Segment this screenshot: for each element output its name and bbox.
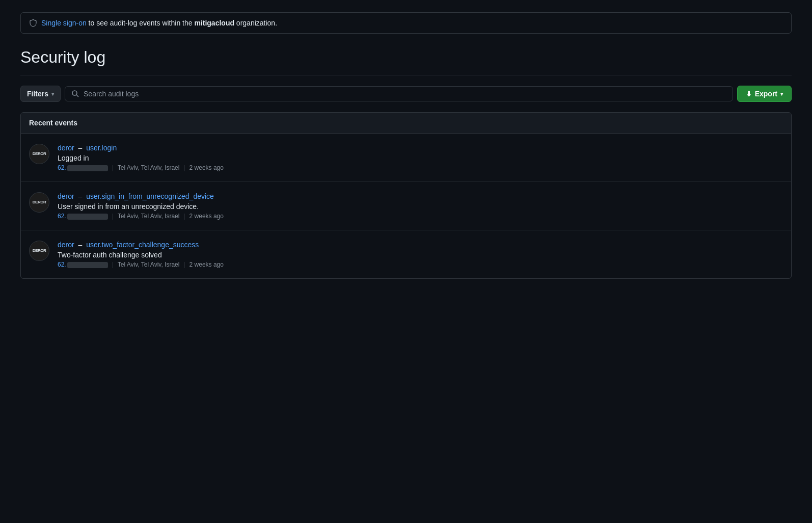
event-user-link[interactable]: deror <box>58 192 74 200</box>
event-meta: 62. | Tel Aviv, Tel Aviv, Israel | 2 wee… <box>58 213 783 220</box>
export-label: Export <box>755 90 777 98</box>
events-header-title: Recent events <box>29 119 77 127</box>
meta-divider-2: | <box>183 164 185 171</box>
avatar-text: DEROR <box>33 249 46 253</box>
event-content: deror – user.login Logged in 62. | Tel A… <box>58 144 783 171</box>
export-chevron-icon: ▾ <box>780 91 783 97</box>
meta-divider-2: | <box>183 261 185 268</box>
event-description: Two-factor auth challenge solved <box>58 251 783 259</box>
filters-label: Filters <box>27 90 48 98</box>
event-separator: – <box>78 241 85 249</box>
meta-divider: | <box>112 213 114 220</box>
chevron-down-icon: ▾ <box>51 91 54 97</box>
event-description: Logged in <box>58 154 783 162</box>
org-name: mitigacloud <box>194 19 234 27</box>
avatar: DEROR <box>29 144 49 164</box>
event-time: 2 weeks ago <box>190 213 224 220</box>
ip-redacted <box>67 262 108 268</box>
event-meta: 62. | Tel Aviv, Tel Aviv, Israel | 2 wee… <box>58 164 783 171</box>
events-list: DEROR deror – user.login Logged in 62. |… <box>21 134 791 278</box>
event-row: DEROR deror – user.login Logged in 62. |… <box>21 134 791 182</box>
event-time: 2 weeks ago <box>190 261 224 268</box>
events-container: Recent events DEROR deror – user.login L… <box>20 112 792 279</box>
event-action-link[interactable]: user.login <box>86 144 117 152</box>
ip-redacted <box>67 214 108 220</box>
event-content: deror – user.sign_in_from_unrecognized_d… <box>58 192 783 220</box>
event-location: Tel Aviv, Tel Aviv, Israel <box>118 261 180 268</box>
event-row: DEROR deror – user.sign_in_from_unrecogn… <box>21 182 791 230</box>
event-ip-link[interactable]: 62. <box>58 213 108 220</box>
event-action-link[interactable]: user.sign_in_from_unrecognized_device <box>86 192 214 200</box>
avatar: DEROR <box>29 192 49 213</box>
event-title: deror – user.login <box>58 144 783 152</box>
search-icon <box>71 90 79 98</box>
event-description: User signed in from an unrecognized devi… <box>58 202 783 211</box>
meta-divider: | <box>112 164 114 171</box>
sso-link[interactable]: Single sign-on <box>41 19 87 27</box>
sso-banner-text: Single sign-on to see audit-log events w… <box>41 19 277 27</box>
event-separator: – <box>78 192 85 200</box>
page-title: Security log <box>20 48 792 67</box>
avatar: DEROR <box>29 241 49 261</box>
ip-redacted <box>67 165 108 171</box>
filters-button[interactable]: Filters ▾ <box>20 86 61 102</box>
download-icon: ⬇ <box>746 90 752 98</box>
event-user-link[interactable]: deror <box>58 144 74 152</box>
event-location: Tel Aviv, Tel Aviv, Israel <box>118 164 180 171</box>
event-ip-link[interactable]: 62. <box>58 261 108 268</box>
filter-bar: Filters ▾ ⬇ Export ▾ <box>20 86 792 102</box>
event-ip-link[interactable]: 62. <box>58 164 108 171</box>
title-divider <box>20 75 792 75</box>
avatar-text: DEROR <box>33 152 46 156</box>
event-title: deror – user.two_factor_challenge_succes… <box>58 241 783 249</box>
events-header: Recent events <box>21 113 791 134</box>
event-user-link[interactable]: deror <box>58 241 74 249</box>
search-container <box>65 86 733 101</box>
event-title: deror – user.sign_in_from_unrecognized_d… <box>58 192 783 200</box>
avatar-text: DEROR <box>33 200 46 205</box>
event-content: deror – user.two_factor_challenge_succes… <box>58 241 783 268</box>
event-meta: 62. | Tel Aviv, Tel Aviv, Israel | 2 wee… <box>58 261 783 268</box>
search-input[interactable] <box>84 90 726 98</box>
event-action-link[interactable]: user.two_factor_challenge_success <box>86 241 199 249</box>
event-row: DEROR deror – user.two_factor_challenge_… <box>21 230 791 278</box>
export-button[interactable]: ⬇ Export ▾ <box>737 86 792 102</box>
shield-icon <box>29 19 37 27</box>
svg-point-0 <box>72 91 77 95</box>
event-separator: – <box>78 144 85 152</box>
sso-banner: Single sign-on to see audit-log events w… <box>20 12 792 34</box>
event-location: Tel Aviv, Tel Aviv, Israel <box>118 213 180 220</box>
meta-divider-2: | <box>183 213 185 220</box>
meta-divider: | <box>112 261 114 268</box>
event-time: 2 weeks ago <box>190 164 224 171</box>
